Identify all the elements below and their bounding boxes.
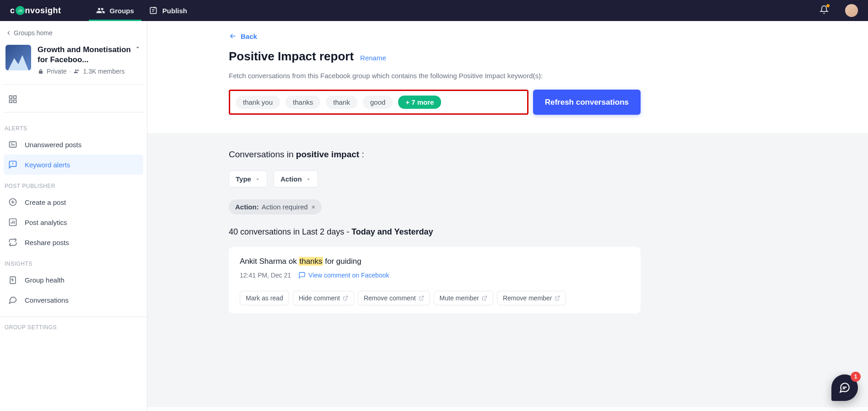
brand-pre: c	[10, 6, 15, 16]
lock-icon	[38, 68, 44, 75]
keyword-chip[interactable]: thanks	[286, 96, 320, 109]
groups-icon	[96, 6, 105, 15]
group-title: Growth and Monetisation for Faceboo...	[38, 45, 141, 65]
external-link-icon	[419, 295, 424, 301]
keyword-chip[interactable]: good	[363, 96, 393, 109]
count-bold: Today and Yesterday	[351, 227, 433, 236]
rename-button[interactable]: Rename	[360, 54, 386, 62]
keywords-container[interactable]: thank you thanks thank good + 7 more	[229, 90, 528, 115]
brand-mark-icon	[16, 6, 25, 15]
sidebar-item-create-post[interactable]: Create a post	[4, 192, 143, 212]
sidebar-item-label: Conversations	[25, 296, 69, 304]
sidebar-item-unanswered[interactable]: Unanswered posts	[4, 134, 143, 155]
sidebar-section-publisher: POST PUBLISHER	[4, 175, 143, 192]
comment-text: Ankit Sharma ok thanks for guiding	[240, 257, 630, 266]
sidebar-item-label: Reshare posts	[25, 239, 69, 246]
sidebar-section-alerts: ALERTS	[4, 117, 143, 134]
keyword-chip[interactable]: thank	[326, 96, 357, 109]
sidebar-item-keyword-alerts[interactable]: Keyword alerts	[4, 155, 143, 175]
remove-comment-button[interactable]: Remove comment	[358, 291, 430, 305]
heading-pre: Conversations in	[229, 149, 296, 159]
caret-down-icon	[306, 176, 311, 182]
group-thumbnail	[5, 45, 31, 70]
sidebar: Groups home Growth and Monetisation for …	[0, 21, 147, 411]
comment-icon	[298, 272, 306, 279]
overview-icon	[8, 95, 17, 104]
external-link-icon	[343, 295, 348, 301]
page-title: Positive Impact report	[229, 49, 354, 64]
filter-type-dropdown[interactable]: Type	[229, 171, 267, 187]
mute-member-button[interactable]: Mute member	[434, 291, 493, 305]
conversation-count: 40 conversations in Last 2 days - Today …	[229, 227, 641, 237]
nav-groups[interactable]: Groups	[89, 0, 141, 21]
mark-read-button[interactable]: Mark as read	[240, 291, 289, 305]
external-link-icon	[482, 295, 487, 301]
notifications-button[interactable]	[819, 5, 829, 16]
sidebar-item-group-health[interactable]: Group health	[4, 270, 143, 290]
heading-post: :	[359, 149, 364, 159]
filter-label: Type	[236, 175, 251, 183]
sidebar-item-label: Group health	[25, 276, 65, 284]
chat-icon	[8, 295, 17, 304]
battery-icon	[8, 275, 17, 284]
group-privacy: Private	[47, 68, 67, 75]
svg-rect-0	[150, 7, 156, 13]
sidebar-item-conversations[interactable]: Conversations	[4, 290, 143, 310]
sidebar-item-label: Keyword alerts	[25, 161, 70, 169]
applied-value: Action required	[262, 203, 308, 211]
view-on-facebook-link[interactable]: View comment on Facebook	[298, 272, 389, 279]
filter-label: Action	[280, 175, 302, 183]
hide-comment-button[interactable]: Hide comment	[293, 291, 354, 305]
separator: ·	[70, 68, 71, 75]
svg-rect-1	[10, 96, 12, 99]
nav-publish[interactable]: Publish	[141, 0, 194, 21]
action-label: Mute member	[440, 294, 479, 302]
sidebar-item-label: Create a post	[25, 198, 66, 206]
user-avatar[interactable]	[845, 4, 858, 17]
group-members: 1.3K members	[83, 68, 124, 75]
caret-down-icon	[134, 44, 141, 51]
sidebar-item-label: Post analytics	[25, 219, 67, 226]
post-icon	[8, 140, 17, 149]
remove-filter-icon[interactable]: ×	[312, 203, 316, 211]
sidebar-item-overview[interactable]	[4, 89, 143, 109]
view-link-label: View comment on Facebook	[308, 272, 389, 279]
sidebar-item-post-analytics[interactable]: Post analytics	[4, 212, 143, 232]
sidebar-item-reshare[interactable]: Reshare posts	[4, 232, 143, 252]
analytics-icon	[8, 218, 17, 227]
applied-key: Action:	[235, 203, 259, 211]
keyword-more-chip[interactable]: + 7 more	[398, 96, 441, 109]
back-button[interactable]: Back	[229, 32, 641, 40]
alert-icon	[8, 160, 17, 169]
members-icon	[74, 68, 80, 75]
caret-down-icon	[255, 176, 260, 182]
group-card[interactable]: Growth and Monetisation for Faceboo... P…	[4, 43, 143, 81]
heading-bold: positive impact	[296, 149, 359, 159]
chat-badge: 1	[851, 372, 861, 382]
sidebar-item-label: Unanswered posts	[25, 141, 81, 149]
description: Fetch conversations from this Facebook g…	[229, 72, 641, 80]
chat-fab[interactable]: 1	[831, 374, 858, 401]
group-dropdown[interactable]	[134, 44, 141, 53]
applied-filter-chip[interactable]: Action: Action required ×	[229, 199, 322, 214]
breadcrumb-groups-home[interactable]: Groups home	[4, 27, 143, 43]
conversation-card: Ankit Sharma ok thanks for guiding 12:41…	[229, 247, 641, 314]
nav-publish-label: Publish	[162, 7, 187, 15]
external-link-icon	[555, 295, 560, 301]
action-label: Mark as read	[246, 294, 283, 302]
keyword-chip[interactable]: thank you	[236, 96, 280, 109]
chevron-left-icon	[5, 30, 12, 36]
refresh-button[interactable]: Refresh conversations	[533, 90, 641, 115]
nav-groups-label: Groups	[110, 7, 134, 15]
action-label: Hide comment	[299, 294, 340, 302]
sidebar-section-insights: INSIGHTS	[4, 252, 143, 270]
filter-action-dropdown[interactable]: Action	[274, 171, 318, 187]
brand-logo[interactable]: c nvosight	[10, 6, 61, 16]
action-label: Remove comment	[364, 294, 416, 302]
conversations-heading: Conversations in positive impact :	[229, 149, 641, 160]
comment-pre: Ankit Sharma ok	[240, 257, 299, 266]
back-label: Back	[241, 32, 257, 40]
remove-member-button[interactable]: Remove member	[497, 291, 566, 305]
svg-rect-3	[10, 100, 12, 103]
notification-dot-icon	[826, 4, 830, 7]
